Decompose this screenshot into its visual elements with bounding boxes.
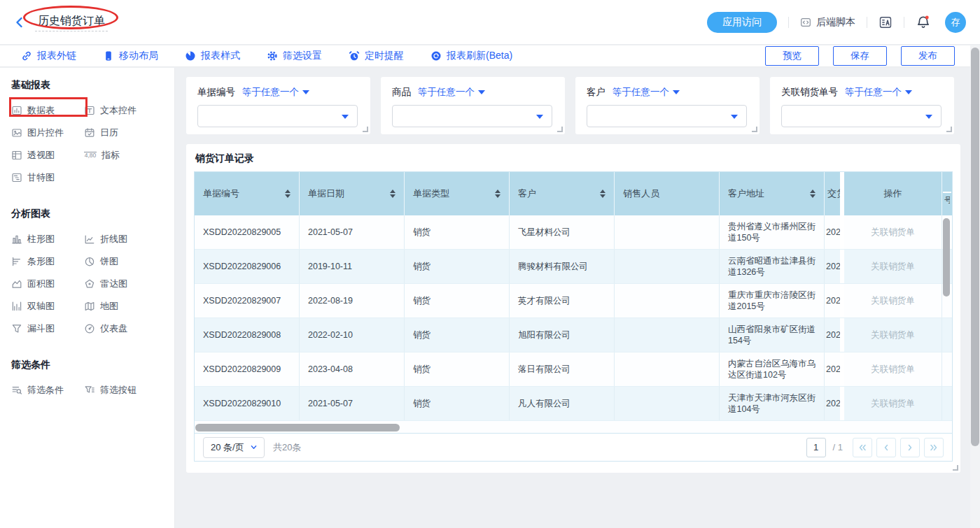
page-size-select[interactable]: 20 条/页: [203, 437, 265, 458]
sort-icon[interactable]: [810, 190, 816, 198]
column-label: 客户地址: [728, 187, 764, 200]
filter-select[interactable]: [781, 105, 941, 127]
sidebar-item-column-chart[interactable]: 柱形图: [11, 233, 84, 245]
column-header-customer[interactable]: 客户: [510, 172, 615, 215]
sidebar-item-filter-button[interactable]: 筛选按钮: [84, 384, 174, 397]
sidebar-item-pivot[interactable]: 透视图: [11, 149, 84, 162]
link-related-sales-order[interactable]: 关联销货单: [844, 318, 942, 352]
horizontal-scrollbar[interactable]: [195, 424, 400, 431]
sort-icon[interactable]: [390, 190, 396, 198]
chevron-down-icon: [342, 115, 349, 119]
save-button[interactable]: 保存: [833, 46, 887, 66]
column-header-sales[interactable]: 销售人员: [615, 172, 720, 215]
last-page-button[interactable]: [924, 438, 944, 457]
menu-mobile-layout[interactable]: 移动布局: [103, 50, 158, 62]
data-table-widget[interactable]: 销货订单记录 单据编号 单据日期 单据类型 客户 销售人员 客户地址 交货 操作…: [186, 144, 960, 473]
filter-widget-product[interactable]: 商品 等于任意一个: [381, 77, 565, 134]
filter-select[interactable]: [392, 105, 552, 127]
back-button[interactable]: [14, 16, 25, 29]
column-header-type[interactable]: 单据类型: [405, 172, 510, 215]
sidebar-item-map[interactable]: 地图: [84, 300, 174, 313]
menu-report-link[interactable]: 报表外链: [21, 50, 76, 62]
table-row[interactable]: XSDD20220829009 2023-04-08 销货 落日有限公司 内蒙古…: [195, 352, 952, 387]
filter-operator[interactable]: 等于任意一个: [418, 86, 475, 99]
column-header-order-no[interactable]: 单据编号: [195, 172, 300, 215]
sidebar-item-area-chart[interactable]: 面积图: [11, 278, 84, 290]
avatar[interactable]: 存: [945, 12, 966, 33]
bar-chart-icon: [11, 256, 22, 267]
link-related-sales-order[interactable]: 关联销货单: [844, 250, 942, 283]
menu-filter-settings[interactable]: 筛选设置: [267, 50, 322, 62]
page-input[interactable]: 1: [806, 438, 826, 457]
first-page-button[interactable]: [853, 438, 872, 457]
preview-button[interactable]: 预览: [765, 46, 819, 66]
backend-script-button[interactable]: 后端脚本: [800, 16, 855, 29]
page-scrollbar-thumb[interactable]: [971, 48, 979, 446]
sidebar-item-text-widget[interactable]: 文本控件: [84, 104, 174, 117]
filter-widget-order-no[interactable]: 单据编号 等于任意一个: [186, 77, 370, 134]
link-related-sales-order[interactable]: 关联销货单: [844, 387, 942, 420]
filter-widget-related-order-no[interactable]: 关联销货单号 等于任意一个: [770, 77, 954, 134]
sidebar-item-line-chart[interactable]: 折线图: [84, 233, 174, 245]
page-title[interactable]: 历史销货订单: [35, 13, 108, 31]
table-row[interactable]: XSDD20220829006 2019-10-11 销货 腾骏材料有限公司 云…: [195, 250, 952, 284]
sort-icon[interactable]: [285, 190, 290, 198]
resize-handle[interactable]: [946, 127, 952, 132]
filter-operator[interactable]: 等于任意一个: [612, 86, 669, 99]
sidebar-item-dual-axis-chart[interactable]: 双轴图: [11, 300, 84, 313]
table-row[interactable]: XSDD20220829010 2021-05-07 销货 凡人有限公司 天津市…: [195, 387, 952, 421]
app-access-button[interactable]: 应用访问: [707, 12, 777, 33]
sidebar-item-funnel-chart[interactable]: 漏斗图: [11, 322, 84, 335]
filter-select[interactable]: [197, 105, 358, 127]
column-header-date[interactable]: 单据日期: [300, 172, 405, 215]
filter-operator[interactable]: 等于任意一个: [845, 86, 902, 99]
column-header-gutter: 号: [942, 172, 952, 215]
filter-operator[interactable]: 等于任意一个: [242, 86, 299, 99]
next-page-button[interactable]: [900, 438, 920, 457]
sort-icon[interactable]: [495, 190, 500, 198]
table-row[interactable]: XSDD20220829005 2021-05-07 销货 飞星材料公司 贵州省…: [195, 215, 952, 250]
api-doc-button[interactable]: [878, 15, 892, 29]
sidebar-item-bar-chart[interactable]: 条形图: [11, 255, 84, 268]
column-header-address[interactable]: 客户地址: [720, 172, 825, 215]
menu-report-refresh[interactable]: 报表刷新(Beta): [430, 50, 512, 62]
section-filter-conditions: 筛选条件 筛选条件 筛选按钮: [11, 359, 174, 397]
filter-select[interactable]: [587, 105, 747, 127]
item-label: 数据表: [27, 104, 55, 117]
sidebar-item-calendar[interactable]: 日历: [84, 127, 174, 139]
prev-page-button[interactable]: [876, 438, 896, 457]
sidebar-item-filter-condition[interactable]: 筛选条件: [11, 384, 84, 397]
column-label: 单据类型: [413, 187, 449, 200]
link-related-sales-order[interactable]: 关联销货单: [844, 352, 942, 386]
notification-button[interactable]: [916, 15, 931, 30]
sidebar-item-data-table[interactable]: 数据表: [11, 104, 84, 117]
resize-handle[interactable]: [557, 127, 563, 132]
sidebar-item-metric[interactable]: 4,80 指标: [84, 149, 174, 162]
table-row[interactable]: XSDD20220829008 2022-02-10 销货 旭阳有限公司 山西省…: [195, 318, 952, 352]
sidebar-item-gantt[interactable]: 甘特图: [11, 171, 84, 184]
filter-widget-customer[interactable]: 客户 等于任意一个: [575, 77, 760, 134]
menu-label: 报表外链: [37, 50, 76, 62]
column-label: 交货: [827, 187, 844, 200]
sidebar-item-image-widget[interactable]: 图片控件: [11, 127, 84, 139]
link-related-sales-order[interactable]: 关联销货单: [844, 284, 942, 317]
cell-sales: [615, 352, 720, 386]
link-related-sales-order[interactable]: 关联销货单: [844, 215, 942, 249]
vertical-scrollbar[interactable]: [943, 218, 950, 297]
table-row[interactable]: XSDD20220829007 2022-08-19 销货 英才有限公司 重庆市…: [195, 284, 952, 318]
menu-timed-reminder[interactable]: 定时提醒: [349, 50, 404, 62]
sidebar-item-radar-chart[interactable]: 雷达图: [84, 278, 174, 290]
pager-controls: 1 / 1: [806, 438, 944, 457]
column-header-delivery-clipped[interactable]: 交货: [825, 172, 844, 215]
double-chevron-right-icon: [930, 444, 938, 451]
cell-order-no: XSDD20220829008: [195, 318, 300, 352]
resize-handle[interactable]: [363, 127, 368, 132]
publish-button[interactable]: 发布: [901, 46, 955, 66]
page-scrollbar[interactable]: [970, 45, 980, 528]
resize-handle[interactable]: [953, 465, 958, 471]
sort-icon[interactable]: [600, 190, 606, 198]
resize-handle[interactable]: [752, 127, 757, 132]
menu-report-style[interactable]: 报表样式: [185, 50, 240, 62]
sidebar-item-gauge[interactable]: 仪表盘: [84, 322, 174, 335]
sidebar-item-pie-chart[interactable]: 饼图: [84, 255, 174, 268]
